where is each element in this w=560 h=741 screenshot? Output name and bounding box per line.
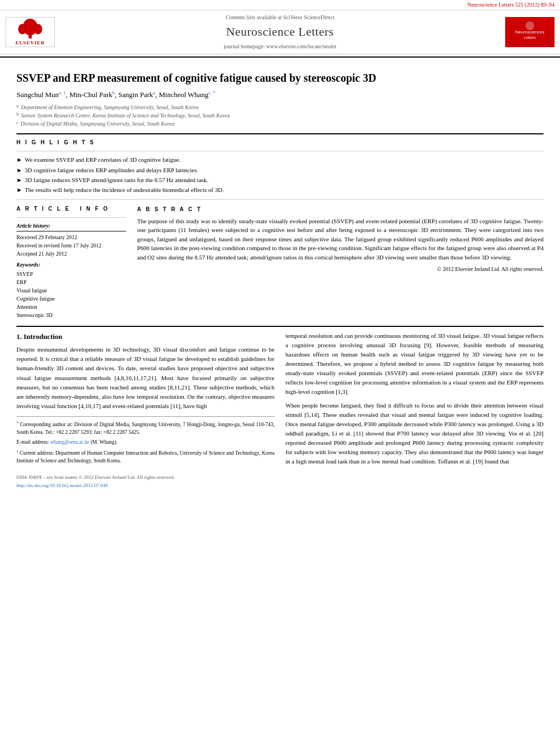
elsevier-logo-right: Neurosciences Letters [505,17,555,47]
journal-banner: ELSEVIER Contents lists available at Sci… [0,10,560,54]
footnote-star: * Corresponding author at: Division of D… [16,420,275,437]
keyword-6: Stereoscopic 3D [16,311,126,319]
svg-point-3 [34,24,42,35]
bottom-rights: 0304-3940/$ – see front matter © 2012 El… [16,473,275,481]
info-divider [16,217,126,218]
article-info: A R T I C L E I N F O Article history: R… [16,205,126,319]
section1-heading: 1. Introduction [16,331,275,342]
keyword-2: ERP [16,278,126,286]
svg-point-2 [18,24,26,35]
article-info-label: A R T I C L E I N F O [16,205,126,213]
keywords-section: Keywords: SSVEP ERP Visual fatigue Cogni… [16,261,126,319]
affiliation-b: bSensor System Research Center, Korea In… [16,111,544,120]
authors-line: Sungchul Muna, 1, Min-Chul Parkb, Sangin… [16,89,544,100]
keyword-4: Cognitive fatigue [16,295,126,303]
elsevier-logo-left: ELSEVIER [5,17,55,47]
article-history: Article history: Received 29 February 20… [16,222,126,258]
highlight-item-3: ► 3D fatigue reduces SSVEP attend/ignore… [16,176,544,184]
arrow-icon-2: ► [16,166,22,174]
body-col-left: 1. Introduction Despite monumental devel… [16,331,275,489]
abstract-section: A B S T R A C T The purpose of this stud… [137,205,544,274]
body-columns: 1. Introduction Despite monumental devel… [16,331,544,489]
footnotes: * Corresponding author at: Division of D… [16,416,275,465]
arrow-icon-3: ► [16,176,22,184]
affiliation-a: aDepartment of Emotion Engineering, Sang… [16,103,544,111]
highlight-item-1: ► We examine SSVEP and ERP correlates of… [16,156,544,164]
arrow-icon-4: ► [16,186,22,194]
bottom-bar: 0304-3940/$ – see front matter © 2012 El… [16,473,275,489]
accepted-date: Accepted 21 July 2012 [16,250,126,258]
body-para-3: When people become fatigued, they find i… [286,401,544,466]
main-content: SSVEP and ERP measurement of cognitive f… [0,58,560,495]
right-logo-svg: Neurosciences Letters [508,18,552,46]
keyword-3: Visual fatigue [16,286,126,295]
body-para-2: temporal resolution and can provide cont… [286,331,544,397]
highlights-section: H I G H L I G H T S ► We examine SSVEP a… [16,139,544,200]
article-info-col: A R T I C L E I N F O Article history: R… [16,205,126,319]
affiliation-c: cDivision of Digital Media, Sangmyung Un… [16,120,544,128]
divider-1 [16,133,544,134]
body-col-right: temporal resolution and can provide cont… [286,331,544,489]
footnote-email: E-mail address: whang@smu.ac.kr (M. Whan… [16,438,275,446]
abstract-label: A B S T R A C T [137,205,544,213]
affiliations: aDepartment of Emotion Engineering, Sang… [16,103,544,128]
journal-citation: Neuroscience Letters 525 (2012) 89–94 [0,0,560,10]
keyword-1: SSVEP [16,270,126,278]
info-abstract-section: A R T I C L E I N F O Article history: R… [16,205,544,319]
body-divider [16,326,544,327]
highlight-item-4: ► The results will help reduce the incid… [16,186,544,194]
keywords-label: Keywords: [16,261,126,269]
revised-date: Received in revised form 17 July 2012 [16,242,126,250]
svg-point-8 [525,21,534,30]
article-title: SSVEP and ERP measurement of cognitive f… [16,71,544,85]
copyright-text: © 2012 Elsevier Ireland Ltd. All rights … [137,265,544,273]
sciverse-link: Contents lists available at SciVerse Sci… [55,14,505,21]
highlights-label: H I G H L I G H T S [16,139,544,146]
svg-text:Neurosciences: Neurosciences [516,30,545,35]
svg-text:Letters: Letters [524,36,536,39]
abstract-text: The purpose of this study was to identif… [137,217,544,262]
keyword-5: Attention [16,303,126,311]
highlights-divider-bottom [16,199,544,200]
journal-title: Neuroscience Letters [55,24,505,41]
bottom-doi: http://dx.doi.org/10.1016/j.neulet.2012.… [16,482,275,489]
arrow-icon-1: ► [16,156,22,164]
abstract-col: A B S T R A C T The purpose of this stud… [137,205,544,319]
history-header: Article history: [16,222,126,231]
received-date: Received 29 February 2012 [16,234,126,241]
svg-point-4 [27,19,33,25]
highlights-divider [16,151,544,151]
citation-text: Neuroscience Letters 525 (2012) 89–94 [467,2,555,8]
journal-homepage: journal homepage: www.elsevier.com/locat… [55,43,505,50]
elsevier-wordmark: ELSEVIER [15,39,45,47]
highlight-item-2: ► 3D cognitive fatigue reduces ERP ampli… [16,166,544,174]
footnote-1: 1 Current address: Department of Human C… [16,449,275,465]
journal-center: Contents lists available at SciVerse Sci… [55,14,505,50]
elsevier-tree-svg [11,18,49,39]
body-para-1: Despite monumental developments in 3D te… [16,345,275,410]
journal-header: Neuroscience Letters 525 (2012) 89–94 EL… [0,0,560,58]
